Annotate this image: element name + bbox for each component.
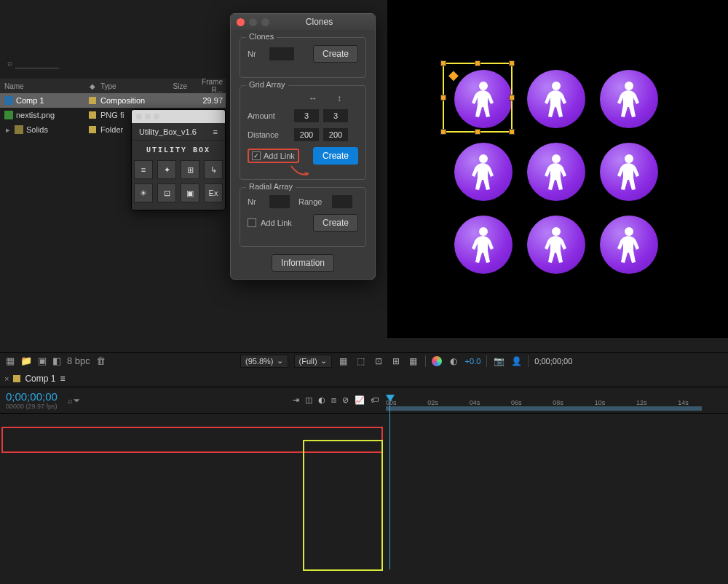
timeline-tab[interactable]: Comp 1≡ [13, 374, 65, 384]
preview-orb[interactable] [600, 143, 658, 201]
label-swatch[interactable] [89, 111, 96, 119]
search-icon[interactable]: ⌕ [7, 58, 12, 67]
utility-box-panel[interactable]: Utility_Box_v1.6≡ UTILITY BOX ≡ ✦ ⊞ ↳ ☀ … [131, 109, 226, 210]
new-comp-icon[interactable]: ▣ [38, 355, 47, 366]
timecode-details: 00000 (29.97 fps) [6, 403, 58, 410]
addlink-checkbox[interactable] [252, 151, 261, 160]
col-size[interactable]: Size [151, 82, 191, 90]
util-btn-0[interactable]: ≡ [134, 160, 153, 179]
dist-x-input[interactable] [294, 128, 319, 141]
cache-value[interactable]: +0.0 [465, 357, 481, 366]
adjust-icon[interactable]: ◧ [52, 355, 61, 366]
radial-create-button[interactable]: Create [313, 214, 358, 232]
composition-preview[interactable]: /*grid built below*/ ◆ [387, 0, 728, 338]
interpret-icon[interactable]: ▦ [6, 355, 15, 366]
util-btn-5[interactable]: ⊡ [157, 184, 176, 202]
clones-nr-input[interactable] [269, 47, 294, 60]
label-swatch[interactable] [89, 97, 96, 104]
transparency-icon[interactable]: ▦ [338, 355, 349, 367]
handle-tr[interactable] [509, 60, 515, 66]
preview-orb[interactable] [527, 216, 585, 274]
panel-tab[interactable]: Utility_Box_v1.6≡ [132, 123, 225, 141]
draft-3d-icon[interactable]: ◫ [305, 395, 312, 405]
utility-title: Utility_Box_v1.6 [139, 127, 197, 136]
project-search-input[interactable] [15, 57, 59, 68]
handle-tc[interactable] [475, 60, 480, 66]
handle-mr[interactable] [509, 95, 515, 100]
panel-titlebar[interactable] [132, 110, 225, 123]
tab-close-icon[interactable]: × [4, 374, 9, 383]
snapshot-icon[interactable]: 📷 [493, 355, 505, 367]
handle-bc[interactable] [475, 129, 480, 135]
grid-toggle-icon[interactable]: ▦ [408, 355, 419, 367]
ruler-tick: 08s [553, 399, 563, 406]
col-type[interactable]: Type [100, 82, 151, 90]
radial-nr-input[interactable] [269, 195, 290, 208]
guides-icon[interactable]: ⊞ [390, 355, 402, 367]
handle-tl[interactable] [440, 60, 446, 66]
preview-orb[interactable] [527, 70, 585, 128]
mask-icon[interactable]: ⬚ [355, 355, 367, 367]
comp-icon [4, 96, 13, 105]
handle-ml[interactable] [440, 95, 446, 100]
util-btn-1[interactable]: ✦ [157, 160, 176, 179]
util-btn-6[interactable]: ▣ [181, 184, 199, 202]
anchor-point-icon[interactable]: ◆ [448, 67, 459, 83]
preview-orb[interactable] [454, 216, 513, 274]
work-area-bar[interactable] [386, 406, 702, 411]
motion-blur-icon[interactable]: ⊘ [342, 395, 349, 405]
preview-orb[interactable] [600, 216, 658, 274]
preview-timecode[interactable]: 0;00;00;00 [534, 357, 572, 366]
comp-mini-flow-icon[interactable]: ⇥ [293, 395, 299, 405]
information-button[interactable]: Information [272, 254, 334, 272]
menu-icon[interactable]: ≡ [60, 374, 65, 384]
util-btn-3[interactable]: ↳ [204, 160, 223, 179]
label-swatch[interactable] [89, 126, 96, 133]
folder-icon[interactable]: 📁 [20, 355, 32, 366]
resolution-dropdown[interactable]: (Full)⌄ [294, 355, 332, 368]
clones-create-button[interactable]: Create [313, 45, 358, 63]
clones-modal[interactable]: Clones Clones Nr Create Grid Array ↔ ↕ A… [230, 13, 376, 280]
timeline-search-icon[interactable]: ⌕⏷ [68, 396, 81, 405]
twirl-icon[interactable]: ▸ [4, 125, 12, 135]
frame-blend-icon[interactable]: ⧈ [331, 395, 336, 405]
radial-addlink-checkbox[interactable] [248, 218, 256, 227]
util-btn-7[interactable]: Ex [204, 184, 223, 202]
exposure-icon[interactable]: ◐ [448, 355, 459, 367]
zoom-icon[interactable] [261, 18, 269, 26]
amount-y-input[interactable] [323, 109, 348, 122]
radial-range-input[interactable] [332, 195, 352, 208]
ruler-tick: 06s [511, 399, 522, 406]
project-table-header: Name ◆ Type Size Frame R... [0, 79, 226, 93]
trash-icon[interactable]: 🗑 [96, 355, 106, 366]
roi-icon[interactable]: ⊡ [373, 355, 384, 367]
show-snapshot-icon[interactable]: 👤 [510, 355, 522, 367]
preview-orb[interactable] [454, 143, 513, 201]
modal-titlebar[interactable]: Clones [231, 14, 375, 30]
current-timecode[interactable]: 0;00;00;00 [6, 390, 58, 403]
preview-orb[interactable] [527, 143, 585, 201]
color-management-icon[interactable] [432, 356, 442, 366]
preview-orb[interactable] [600, 70, 658, 128]
project-row-comp[interactable]: Comp 1 Composition 29.97 [0, 93, 226, 108]
grid-create-button[interactable]: Create [313, 147, 358, 165]
handle-bl[interactable] [440, 129, 446, 135]
util-btn-4[interactable]: ☀ [134, 184, 153, 202]
hide-shy-icon[interactable]: ◐ [318, 395, 325, 405]
util-btn-2[interactable]: ⊞ [181, 160, 199, 179]
col-label[interactable]: ◆ [84, 82, 100, 90]
menu-icon[interactable]: ≡ [213, 127, 218, 136]
close-icon[interactable] [237, 18, 245, 26]
bpc-label[interactable]: 8 bpc [67, 355, 90, 366]
tag-icon[interactable]: 🏷 [371, 395, 379, 405]
col-frame[interactable]: Frame R... [191, 78, 224, 94]
col-name[interactable]: Name [0, 82, 84, 90]
selection-box[interactable]: ◆ [443, 63, 513, 133]
dist-y-input[interactable] [323, 128, 348, 141]
graph-editor-icon[interactable]: 📈 [355, 395, 365, 405]
amount-x-input[interactable] [294, 109, 319, 122]
handle-br[interactable] [509, 129, 515, 135]
playhead-icon[interactable] [386, 395, 395, 402]
minimize-icon[interactable] [249, 18, 257, 26]
zoom-dropdown[interactable]: (95.8%)⌄ [240, 355, 288, 368]
